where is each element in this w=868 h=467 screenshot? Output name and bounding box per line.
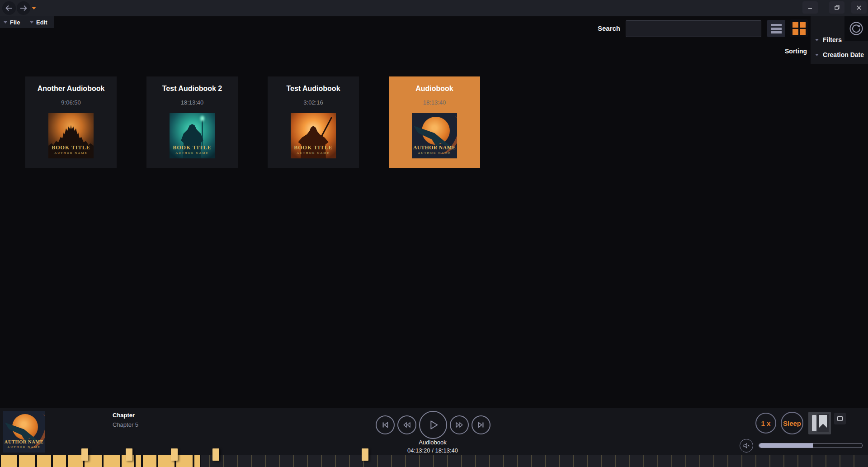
bookmark-marker[interactable] bbox=[212, 448, 219, 461]
played-chapter-segment[interactable] bbox=[37, 455, 51, 467]
window-restore-button[interactable] bbox=[829, 1, 844, 14]
bookmark-marker[interactable] bbox=[171, 448, 178, 461]
cover-title-text: BOOK TITLE bbox=[173, 145, 211, 150]
grid-view-button[interactable] bbox=[790, 19, 808, 37]
played-chapter-segment[interactable] bbox=[136, 455, 141, 467]
chapter-separator bbox=[307, 455, 308, 467]
cover-title-text: AUTHOR NAME bbox=[413, 145, 456, 151]
nav-history-dropdown[interactable] bbox=[32, 7, 36, 10]
chapter-separator bbox=[531, 455, 532, 467]
mute-button[interactable] bbox=[740, 439, 753, 453]
chapter-separator bbox=[741, 455, 742, 467]
filters-label: Filters bbox=[823, 36, 842, 43]
app-window: File Edit Search Filters bbox=[0, 0, 868, 467]
chapter-separator bbox=[391, 455, 392, 467]
skip-next-icon bbox=[476, 419, 486, 430]
menu-bar: File Edit bbox=[0, 16, 54, 28]
bookmark-marker[interactable] bbox=[126, 448, 132, 461]
fast-forward-button[interactable] bbox=[450, 415, 469, 434]
sort-value-dropdown[interactable]: Creation Date bbox=[815, 51, 864, 58]
now-playing-cover[interactable]: AUTHOR NAME AUTHOR NAME bbox=[3, 411, 45, 453]
chapter-separator bbox=[251, 455, 252, 467]
window-minimize-button[interactable] bbox=[802, 1, 818, 14]
chapter-separator bbox=[223, 455, 224, 467]
mini-player-button[interactable] bbox=[834, 413, 846, 424]
minimize-icon bbox=[807, 5, 813, 10]
chapter-separator bbox=[405, 455, 406, 467]
played-chapter-segment[interactable] bbox=[143, 455, 156, 467]
window-close-button[interactable] bbox=[851, 1, 867, 14]
rewind-button[interactable] bbox=[397, 415, 416, 434]
chapter-name[interactable]: Chapter 5 bbox=[113, 421, 138, 428]
chapter-separator bbox=[671, 455, 672, 467]
played-chapter-segment[interactable] bbox=[176, 455, 193, 467]
played-chapter-segment[interactable] bbox=[104, 455, 120, 467]
volume-slider[interactable] bbox=[759, 443, 863, 448]
chapter-separator bbox=[433, 455, 434, 467]
played-chapter-segment[interactable] bbox=[68, 455, 83, 467]
cover-author-text: AUTHOR NAME bbox=[418, 152, 451, 155]
nav-forward-button[interactable] bbox=[17, 1, 30, 15]
skip-previous-button[interactable] bbox=[376, 415, 395, 434]
sleep-timer-button[interactable]: Sleep bbox=[781, 412, 803, 434]
bookmark-marker[interactable] bbox=[362, 448, 368, 461]
chevron-down-icon bbox=[815, 54, 819, 56]
chapter-separator bbox=[657, 455, 658, 467]
play-icon bbox=[426, 418, 440, 432]
played-chapter-segment[interactable] bbox=[194, 455, 200, 467]
audiobook-duration: 18:13:40 bbox=[181, 99, 204, 106]
chapter-separator bbox=[503, 455, 504, 467]
chapter-separator bbox=[797, 455, 798, 467]
chapter-separator bbox=[643, 455, 644, 467]
chapter-separator bbox=[349, 455, 350, 467]
bookmarks-panel-button[interactable] bbox=[808, 412, 831, 434]
audiobook-card[interactable]: Test Audiobook 3:02:16 BOOK TITLE AUTHOR… bbox=[268, 76, 359, 168]
skip-previous-icon bbox=[380, 419, 391, 430]
chapter-separator bbox=[811, 455, 812, 467]
audiobook-title: Audiobook bbox=[415, 85, 453, 93]
audiobook-card[interactable]: Another Audiobook 9:06:50 BOOK TITLE AUT… bbox=[25, 76, 117, 168]
menu-file[interactable]: File bbox=[4, 16, 20, 28]
cover-title-text: BOOK TITLE bbox=[294, 145, 332, 150]
timeline-unplayed-region[interactable] bbox=[201, 455, 868, 467]
chapter-separator bbox=[265, 455, 266, 467]
chapter-separator bbox=[489, 455, 490, 467]
chapter-separator bbox=[377, 455, 378, 467]
nav-back-button[interactable] bbox=[2, 1, 16, 15]
chapter-timeline-seekbar[interactable] bbox=[0, 455, 868, 467]
chapter-separator bbox=[826, 455, 826, 467]
cover-art-shape bbox=[320, 117, 332, 138]
chapter-separator bbox=[517, 455, 518, 467]
chapter-separator bbox=[587, 455, 588, 467]
play-button[interactable] bbox=[419, 411, 447, 439]
played-chapter-segment[interactable] bbox=[1, 455, 17, 467]
playback-speed-button[interactable]: 1 x bbox=[755, 413, 776, 434]
menu-file-label: File bbox=[10, 19, 20, 26]
chapter-separator bbox=[615, 455, 616, 467]
played-chapter-segment[interactable] bbox=[53, 455, 66, 467]
list-view-button[interactable] bbox=[767, 20, 785, 37]
refresh-button[interactable] bbox=[844, 16, 868, 41]
chapter-separator bbox=[769, 455, 770, 467]
audiobook-duration: 9:06:50 bbox=[61, 99, 80, 106]
played-chapter-segment[interactable] bbox=[19, 455, 35, 467]
chapter-separator bbox=[755, 455, 756, 467]
chapter-separator bbox=[461, 455, 462, 467]
search-input[interactable] bbox=[626, 20, 761, 37]
chapter-separator bbox=[419, 455, 420, 467]
audiobook-card[interactable]: Test Audiobook 2 18:13:40 BOOK TITLE AUT… bbox=[146, 76, 238, 168]
chevron-down-icon bbox=[815, 39, 819, 41]
time-display: 04:13:20 / 18:13:40 bbox=[376, 447, 489, 454]
bookmark-marker[interactable] bbox=[81, 448, 88, 461]
chapter-separator bbox=[293, 455, 294, 467]
mini-player-icon bbox=[837, 416, 843, 421]
restore-icon bbox=[834, 5, 840, 10]
filters-dropdown[interactable]: Filters bbox=[815, 36, 842, 43]
audiobook-cover-art: BOOK TITLE AUTHOR NAME bbox=[291, 113, 336, 158]
audiobook-card[interactable]: Audiobook 18:13:40 AUTHOR NAME AUTHOR NA… bbox=[389, 76, 480, 168]
cover-title-text: AUTHOR NAME bbox=[5, 440, 43, 445]
skip-next-button[interactable] bbox=[472, 415, 491, 434]
menu-edit[interactable]: Edit bbox=[30, 16, 47, 28]
chapter-separator bbox=[321, 455, 322, 467]
volume-fill bbox=[759, 443, 813, 448]
